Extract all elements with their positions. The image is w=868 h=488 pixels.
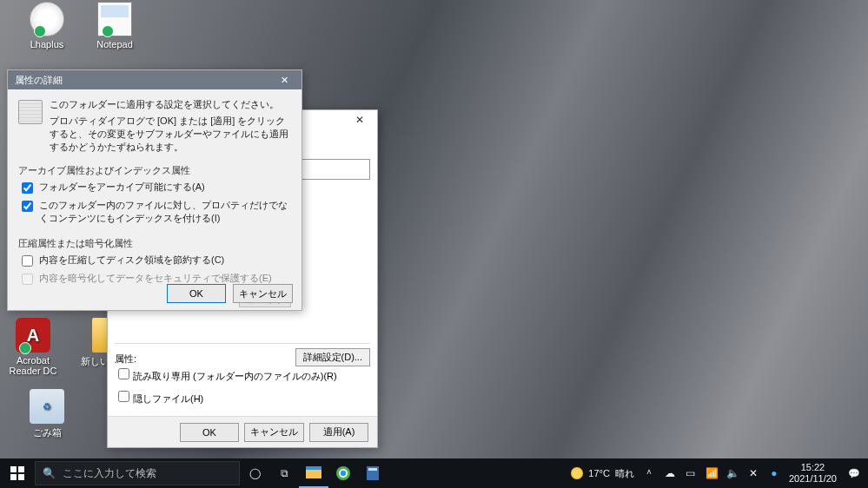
intro-text-1: このフォルダーに適用する設定を選択してください。 xyxy=(50,98,291,111)
task-view-button[interactable]: ⧉ xyxy=(269,458,299,488)
apply-button[interactable]: 適用(A) xyxy=(309,423,368,442)
close-button[interactable]: ✕ xyxy=(342,110,377,129)
group-compress-encrypt: 圧縮属性または暗号化属性 xyxy=(18,237,291,250)
checkbox-readonly[interactable]: 読み取り専用 (フォルダー内のファイルのみ)(R) xyxy=(115,366,337,383)
desktop-icon-notepad[interactable]: Notepad xyxy=(82,2,148,49)
chrome-taskbar[interactable] xyxy=(328,458,358,488)
calculator-icon xyxy=(367,466,379,480)
svg-rect-5 xyxy=(306,466,321,470)
search-placeholder: ここに入力して検索 xyxy=(63,466,156,481)
desktop-icon-label: ごみ箱 xyxy=(33,427,62,438)
desktop-icon-label: Notepad xyxy=(96,39,133,49)
file-explorer-taskbar[interactable] xyxy=(299,458,328,488)
search-icon: 🔍 xyxy=(43,467,56,479)
desktop-icon-recycle[interactable]: ♻ ごみ箱 xyxy=(14,389,80,439)
start-button[interactable] xyxy=(0,458,35,488)
svg-rect-10 xyxy=(368,468,377,471)
desktop-icon-acrobat[interactable]: A Acrobat Reader DC xyxy=(0,318,66,376)
ime-icon[interactable]: ✕ xyxy=(747,467,759,479)
desktop-icon-label: Lhaplus xyxy=(30,39,64,49)
meet-now-icon[interactable]: ● xyxy=(768,467,780,479)
close-button[interactable]: ✕ xyxy=(267,70,301,89)
checkbox-index[interactable]: このフォルダー内のファイルに対し、プロパティだけでなくコンテンツにもインデックス… xyxy=(18,199,291,225)
tray-chevron-icon[interactable]: ＾ xyxy=(643,466,655,481)
taskbar: 🔍 ここに入力して検索 ◯ ⧉ 17°C 晴れ ＾ ☁ ▭ 📶 🔈 ✕ ● 15… xyxy=(0,458,868,488)
weather-text: 晴れ xyxy=(615,467,634,480)
svg-rect-1 xyxy=(18,466,24,472)
dialog-icon xyxy=(18,100,43,124)
clock[interactable]: 15:22 2021/11/20 xyxy=(789,462,837,484)
dialog-title: 属性の詳細 xyxy=(15,74,63,87)
cancel-button[interactable]: キャンセル xyxy=(233,284,293,303)
cancel-button[interactable]: キャンセル xyxy=(244,423,304,442)
weather-temp: 17°C xyxy=(588,468,610,478)
windows-icon xyxy=(10,466,24,480)
folder-icon xyxy=(306,466,321,478)
calculator-taskbar[interactable] xyxy=(358,458,388,488)
chrome-icon xyxy=(336,466,350,480)
notepad-icon xyxy=(97,2,132,36)
weather-widget[interactable]: 17°C 晴れ xyxy=(571,467,634,480)
attributes-label: 属性: xyxy=(115,353,158,366)
battery-icon[interactable]: ▭ xyxy=(685,467,697,479)
sun-icon xyxy=(571,467,583,479)
clock-time: 15:22 xyxy=(789,462,837,473)
desktop-icon-label: Acrobat Reader DC xyxy=(9,355,56,376)
svg-rect-3 xyxy=(18,474,24,480)
cortana-button[interactable]: ◯ xyxy=(240,458,269,488)
wifi-icon[interactable]: 📶 xyxy=(706,467,718,479)
volume-icon[interactable]: 🔈 xyxy=(726,467,739,479)
svg-rect-0 xyxy=(10,466,17,472)
ok-button[interactable]: OK xyxy=(180,423,239,442)
onedrive-icon[interactable]: ☁ xyxy=(664,467,676,479)
intro-text-2: プロパティダイアログで [OK] または [適用] をクリックすると、その変更を… xyxy=(50,115,291,154)
advanced-attributes-dialog: 属性の詳細 ✕ このフォルダーに適用する設定を選択してください。 プロパティダイ… xyxy=(7,69,302,311)
recycle-bin-icon: ♻ xyxy=(30,389,64,424)
divider xyxy=(115,343,370,344)
dialog-footer: OK キャンセル 適用(A) xyxy=(108,416,377,447)
checkbox-archive[interactable]: フォルダーをアーカイブ可能にする(A) xyxy=(18,181,291,196)
clock-date: 2021/11/20 xyxy=(789,473,837,485)
checkbox-compress[interactable]: 内容を圧縮してディスク領域を節約する(C) xyxy=(18,254,291,269)
search-box[interactable]: 🔍 ここに入力して検索 xyxy=(35,461,240,485)
lhaplus-icon xyxy=(30,2,64,36)
adobe-icon: A xyxy=(16,318,50,353)
checkbox-hidden[interactable]: 隠しファイル(H) xyxy=(115,388,337,406)
advanced-button[interactable]: 詳細設定(D)... xyxy=(295,348,370,366)
ok-button[interactable]: OK xyxy=(167,284,226,303)
svg-point-8 xyxy=(341,471,346,476)
group-archive-index: アーカイブ属性およびインデックス属性 xyxy=(18,164,291,177)
desktop-icon-lhaplus[interactable]: Lhaplus xyxy=(14,2,80,49)
dialog-titlebar[interactable]: 属性の詳細 ✕ xyxy=(8,70,301,89)
action-center-icon[interactable]: 💬 xyxy=(845,468,863,479)
svg-rect-2 xyxy=(10,474,17,480)
